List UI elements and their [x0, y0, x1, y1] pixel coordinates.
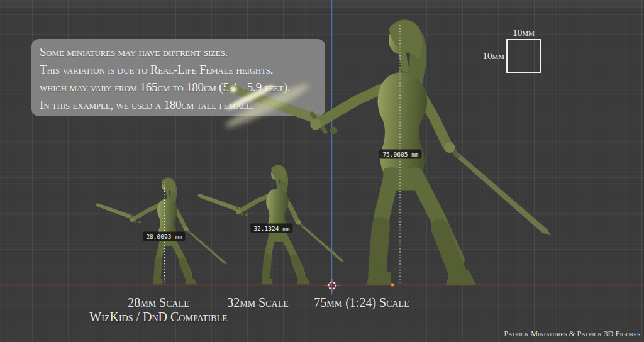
reference-square-width-label: 10mm [506, 28, 541, 38]
measurement-label-75mm: 75.0605 mm [379, 150, 421, 159]
measurement-label-32mm: 32.1324 mm [250, 224, 292, 233]
caption-32mm-scale: 32mm Scale [227, 295, 289, 310]
measurement-label-28mm: 28.0093 mm [143, 232, 185, 241]
caption-28mm-scale: 28mm Scale [128, 295, 189, 310]
object-origin-dot [391, 283, 394, 286]
watermark-text: Patrick Miniatures & Patrick 3D Figures [504, 329, 640, 339]
caption-75mm-scale: 75mm (1:24) Scale [314, 295, 409, 310]
viewport-3d[interactable]: Some miniatures may have diffrent sizes.… [0, 0, 644, 342]
reference-square-10mm[interactable] [506, 39, 541, 73]
miniature-28mm[interactable] [96, 177, 227, 284]
reference-square-height-label: 10mm [477, 51, 504, 61]
caption-28mm-subtitle: WizKids / DnD Compatible [89, 310, 227, 324]
scene-svg [0, 0, 644, 342]
